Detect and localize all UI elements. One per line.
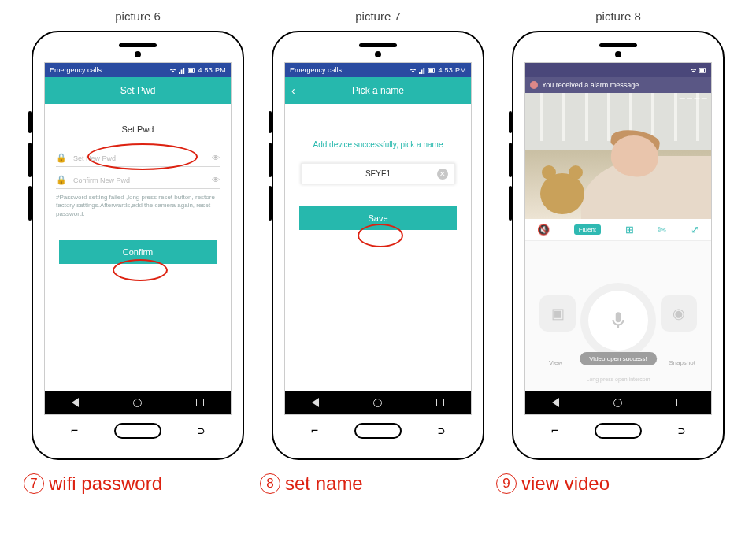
alarm-dot-icon bbox=[530, 81, 538, 89]
status-carrier: Emergency calls... bbox=[50, 66, 108, 74]
mic-icon bbox=[608, 310, 628, 331]
hardware-buttons: ⌐ ⊃ bbox=[524, 423, 712, 439]
step-text: wifi password bbox=[49, 473, 162, 495]
save-button[interactable]: Save bbox=[299, 206, 457, 230]
battery-icon bbox=[428, 67, 435, 74]
fullscreen-icon[interactable]: ⤢ bbox=[691, 224, 699, 236]
back-icon[interactable]: ‹ bbox=[291, 84, 295, 97]
video-toolbar: 🔇 Fluent ⊞ ✄ ⤢ bbox=[525, 219, 711, 241]
status-time: 4:53 PM bbox=[198, 66, 226, 74]
nav-back-icon[interactable] bbox=[312, 398, 319, 407]
nav-recent-icon[interactable] bbox=[676, 399, 684, 406]
svg-rect-8 bbox=[706, 69, 707, 72]
appbar-title: Set Pwd bbox=[120, 85, 156, 96]
step-number: 9 bbox=[496, 473, 517, 494]
android-navbar bbox=[525, 391, 711, 414]
hw-back: ⊃ bbox=[678, 424, 685, 438]
wifi-icon bbox=[690, 67, 697, 74]
status-bar bbox=[525, 63, 711, 77]
nav-recent-icon[interactable] bbox=[196, 399, 204, 406]
confirm-password-field[interactable]: 🔒 Confirm New Pwd 👁 bbox=[56, 172, 220, 189]
eye-icon[interactable]: 👁 bbox=[212, 154, 220, 162]
step-number: 7 bbox=[24, 473, 44, 494]
nav-back-icon[interactable] bbox=[72, 398, 79, 407]
talk-hint: Long press open intercom bbox=[587, 377, 650, 382]
status-time: 4:53 PM bbox=[438, 66, 466, 74]
hw-home bbox=[114, 423, 161, 439]
wifi-icon bbox=[410, 67, 417, 74]
hw-home bbox=[595, 423, 642, 439]
screen-8: You received a alarm message — — — — 🔇 bbox=[524, 62, 712, 415]
split-icon[interactable]: ⊞ bbox=[625, 224, 634, 236]
alarm-banner[interactable]: You received a alarm message bbox=[525, 77, 711, 93]
quality-badge[interactable]: Fluent bbox=[574, 224, 601, 235]
new-password-field[interactable]: 🔒 Set New Pwd 👁 bbox=[56, 150, 220, 167]
caption-9: 9 view video bbox=[496, 473, 732, 495]
phone-mock-8: You received a alarm message — — — — 🔇 bbox=[512, 31, 724, 460]
phone-mock-7: Emergency calls... 4:53 PM ‹ Pick a name… bbox=[272, 31, 484, 460]
svg-rect-4 bbox=[429, 69, 433, 72]
status-carrier: Emergency calls... bbox=[290, 66, 348, 74]
appbar: ‹ Pick a name bbox=[285, 77, 471, 104]
screen-7: Emergency calls... 4:53 PM ‹ Pick a name… bbox=[284, 62, 472, 415]
talk-button[interactable] bbox=[588, 291, 648, 351]
actions-area: ▣ View ◉ Snapshot Video open success! Lo… bbox=[525, 241, 711, 414]
nav-home-icon[interactable] bbox=[133, 399, 142, 407]
clear-icon[interactable]: ✕ bbox=[437, 169, 448, 180]
confirm-password-placeholder: Confirm New Pwd bbox=[73, 176, 206, 184]
form-title: Set Pwd bbox=[56, 124, 220, 134]
status-bar: Emergency calls... 4:53 PM bbox=[45, 63, 231, 77]
device-name-value: SEYE1 bbox=[365, 169, 391, 178]
svg-rect-1 bbox=[189, 69, 193, 72]
picture-label-8: picture 8 bbox=[595, 9, 641, 23]
toast-message: Video open success! bbox=[580, 352, 657, 365]
confirm-button[interactable]: Confirm bbox=[59, 240, 217, 264]
svg-rect-2 bbox=[195, 69, 196, 72]
nav-home-icon[interactable] bbox=[373, 399, 382, 407]
svg-rect-7 bbox=[700, 69, 704, 72]
signal-icon bbox=[179, 67, 186, 74]
status-bar: Emergency calls... 4:53 PM bbox=[285, 63, 471, 77]
alarm-text: You received a alarm message bbox=[542, 81, 639, 89]
nav-back-icon[interactable] bbox=[552, 398, 559, 407]
hardware-buttons: ⌐ ⊃ bbox=[44, 423, 232, 439]
teddy-bear bbox=[540, 173, 584, 214]
battery-icon bbox=[188, 67, 195, 74]
screen-6: Emergency calls... 4:53 PM Set Pwd Set P… bbox=[44, 62, 232, 415]
mute-icon[interactable]: 🔇 bbox=[537, 224, 550, 236]
lock-icon: 🔒 bbox=[56, 175, 67, 185]
hw-recent: ⌐ bbox=[311, 424, 318, 438]
caption-7: 7 wifi password bbox=[24, 473, 260, 495]
snapshot-label: Snapshot bbox=[669, 359, 695, 366]
signal-icon bbox=[419, 67, 426, 74]
nav-home-icon[interactable] bbox=[613, 399, 622, 407]
lock-icon: 🔒 bbox=[56, 153, 67, 163]
hw-recent: ⌐ bbox=[71, 424, 78, 438]
battery-icon bbox=[699, 67, 706, 74]
hardware-buttons: ⌐ ⊃ bbox=[284, 423, 472, 439]
caption-8: 8 set name bbox=[260, 473, 496, 495]
hw-recent: ⌐ bbox=[551, 424, 558, 438]
device-name-input[interactable]: SEYE1 ✕ bbox=[301, 163, 455, 184]
hw-home bbox=[354, 423, 402, 439]
wifi-icon bbox=[169, 67, 176, 74]
android-navbar bbox=[285, 391, 471, 414]
nav-recent-icon[interactable] bbox=[436, 399, 444, 406]
snapshot-button[interactable]: ◉ bbox=[661, 295, 697, 332]
view-button[interactable]: ▣ bbox=[539, 295, 576, 332]
password-note: #Password setting failed ,long press res… bbox=[56, 194, 220, 218]
appbar: Set Pwd bbox=[45, 77, 231, 104]
video-preview[interactable]: — — — — bbox=[525, 93, 711, 219]
picture-label-7: picture 7 bbox=[355, 9, 401, 23]
success-message: Add device successfully, pick a name bbox=[296, 140, 460, 149]
cut-icon[interactable]: ✄ bbox=[658, 224, 666, 236]
step-text: view video bbox=[521, 473, 610, 495]
view-label: View bbox=[549, 359, 562, 366]
hw-back: ⊃ bbox=[438, 424, 445, 438]
hw-back: ⊃ bbox=[198, 424, 205, 438]
step-text: set name bbox=[285, 473, 363, 495]
eye-icon[interactable]: 👁 bbox=[212, 176, 220, 184]
svg-rect-5 bbox=[435, 69, 436, 72]
appbar-title: Pick a name bbox=[352, 85, 404, 96]
picture-label-6: picture 6 bbox=[115, 9, 161, 23]
